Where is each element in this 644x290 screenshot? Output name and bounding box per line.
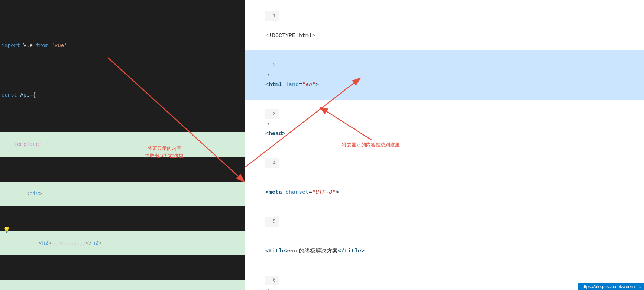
fold-5	[265, 227, 271, 237]
fold-3[interactable]: ▼	[265, 119, 271, 129]
lightbulb-icon: 💡	[3, 226, 10, 234]
line-number-6: 6	[265, 276, 279, 285]
code-line-6: <button @click="btnClick">按钮</button>	[0, 280, 245, 290]
right-annotation: 将要显示的内容挂载到这里	[342, 141, 400, 149]
fold-6[interactable]: ▲	[265, 286, 271, 290]
left-code-area: import Vue from 'vue' const App={ templa…	[0, 0, 245, 290]
code-line-3: template: `	[0, 132, 245, 157]
right-code-panel: 1 <!DOCTYPE html> 2 ▼ <html lang="en"> 3…	[245, 0, 644, 290]
code-line-4: <div>	[0, 182, 245, 206]
right-line-1: 1 <!DOCTYPE html>	[245, 1, 644, 50]
left-annotation: 将要显示的内容抽取出来写在这里	[145, 145, 184, 159]
right-line-4: 4 <meta charset="UTF-8">	[245, 149, 644, 207]
code-line-1: import Vue from 'vue'	[0, 33, 245, 58]
fold-1[interactable]	[265, 21, 271, 31]
status-bar: https://blog.csdn.net/weixin_...	[578, 283, 644, 290]
fold-2[interactable]: ▼	[265, 70, 271, 80]
right-code-area: 1 <!DOCTYPE html> 2 ▼ <html lang="en"> 3…	[245, 0, 644, 290]
line-number-4: 4	[265, 158, 279, 168]
line-number-3: 3	[265, 109, 279, 119]
line-number-1: 1	[265, 11, 279, 21]
code-line-2: const App={	[0, 83, 245, 107]
right-line-3: 3 ▼ <head>	[245, 100, 644, 149]
left-code-panel: import Vue from 'vue' const App={ templa…	[0, 0, 245, 290]
right-line-5: 5 <title>vue的终极解决方案</title>	[245, 207, 644, 266]
right-line-2: 2 ▼ <html lang="en">	[245, 50, 644, 100]
line-number-2: 2	[265, 60, 279, 70]
line-number-5: 5	[265, 217, 279, 227]
fold-4	[265, 168, 271, 178]
code-line-5: <h2>{{message}}</h2>	[0, 231, 245, 255]
url-text: https://blog.csdn.net/weixin_...	[581, 284, 641, 289]
